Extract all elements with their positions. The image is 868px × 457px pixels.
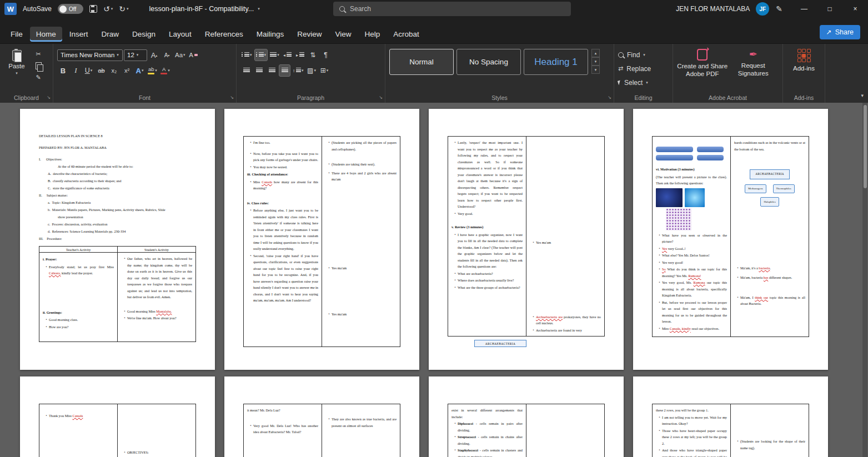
doc-bullet[interactable]: •They are also known as true bacteria, a… <box>328 416 397 429</box>
menu-tab-acrobat[interactable]: Acrobat <box>387 27 425 42</box>
text-effects-button[interactable]: A▾ <box>134 64 145 77</box>
page-6[interactable]: it mean? Mr. Dela Luz?•Very good Mr. Del… <box>224 376 419 457</box>
share-button[interactable]: ↗ Share <box>820 25 860 39</box>
doc-bullet[interactable]: •Streptococci - cells remain in chains a… <box>454 434 523 446</box>
doc-paragraph[interactable]: (The teacher will present a picture to t… <box>656 174 727 187</box>
doc-bullet[interactable]: •Yes ma'am <box>328 265 397 272</box>
doc-bullet[interactable]: •Yes very Good..! <box>659 245 727 252</box>
doc-line[interactable]: b. Materials: Manila papers, Pictures, M… <box>48 206 196 213</box>
autosave-toggle[interactable]: Off <box>58 4 83 14</box>
doc-bullet[interactable]: •Miss Canada how many are absent for thi… <box>250 179 318 192</box>
doc-heading[interactable]: vi. Motivation (3 minutes) <box>656 166 727 173</box>
doc-bullet[interactable]: •We're fine ma'am. How about you? <box>124 315 192 322</box>
doc-line[interactable]: I. Objectives: <box>39 155 196 163</box>
menu-tab-help[interactable]: Help <box>359 27 387 42</box>
doc-bullet[interactable]: •I'm fine too. <box>250 139 318 146</box>
sort-button[interactable]: ⇅ <box>307 49 319 61</box>
page-7[interactable]: exist in several different arrangements … <box>429 376 624 457</box>
doc-line[interactable]: III. Procedure: <box>39 235 196 242</box>
doc-line[interactable]: d. References: Science Learning Material… <box>48 228 196 235</box>
cut-button[interactable]: ✂ <box>32 49 45 59</box>
doc-bullet[interactable]: •Ma'am, I think our topic this morning i… <box>737 294 805 307</box>
style-normal[interactable]: Normal <box>389 49 454 75</box>
ink-pen-icon[interactable]: ✎ <box>776 4 782 13</box>
style-heading-1[interactable]: Heading 1 <box>524 49 588 75</box>
doc-line[interactable]: a. Topic: Kingdom Eubacteria <box>48 199 196 206</box>
font-name-combobox[interactable]: Times New Roman ▾ <box>57 49 123 61</box>
student-activity-column[interactable]: harsh conditions such as in the volcanic… <box>730 137 809 337</box>
doc-line[interactable]: II. Subject matter: <box>39 192 196 199</box>
teacher-activity-column[interactable]: it mean? Mr. Dela Luz?•Very good Mr. Del… <box>244 404 322 457</box>
search-box[interactable]: Search <box>333 2 571 16</box>
teacher-activity-column[interactable]: exist in several different arrangements … <box>448 404 526 457</box>
change-case-button[interactable]: Aa▾ <box>174 49 187 61</box>
bold-button[interactable]: B <box>57 64 69 77</box>
doc-paragraph[interactable]: harsh conditions such as in the volcanic… <box>734 139 805 152</box>
page-8[interactable]: these 2 rows, you will be the group 1.•I… <box>633 376 828 457</box>
paragraph-dialog-launcher[interactable]: ↘ <box>379 95 383 100</box>
doc-bullet[interactable]: •What are archaebacteria? <box>454 270 523 277</box>
show-paragraph-marks-button[interactable]: ¶ <box>320 49 332 61</box>
page-5[interactable]: •Thank you Miss Canada•OBJECTIVES:At the… <box>20 376 215 457</box>
doc-heading[interactable]: iii. Checking of attendance: <box>247 171 318 178</box>
menu-tab-review[interactable]: Review <box>291 27 328 42</box>
doc-line[interactable]: C. state the significance of some eubact… <box>48 184 196 192</box>
save-button[interactable] <box>89 5 97 13</box>
teacher-activity-column[interactable]: •Thank you Miss Canada <box>39 404 117 457</box>
undo-button[interactable]: ↺▾ <box>103 4 113 13</box>
doc-bullet[interactable]: •What else? Yes Mr. Delos Santos! <box>659 252 727 259</box>
line-spacing-button[interactable]: ↕▾ <box>292 64 305 77</box>
multilevel-list-button[interactable]: ▾ <box>269 49 280 61</box>
doc-bullet[interactable]: •Second, 'raise your right hand' if you … <box>250 253 318 304</box>
doc-bullet[interactable]: •Those who have heart-shaped paper occup… <box>659 428 727 447</box>
doc-line[interactable]: At the of 60-minute period the student w… <box>58 163 196 170</box>
clipboard-dialog-launcher[interactable]: ↘ <box>47 95 51 100</box>
numbering-button[interactable]: ▾ <box>254 49 268 61</box>
doc-bullet[interactable]: •Yes very good! <box>659 259 727 266</box>
student-activity-column[interactable]: •(Students are looking for the shape of … <box>730 404 809 457</box>
collapse-ribbon-icon[interactable]: ▾ <box>861 93 864 98</box>
doc-line[interactable]: c. Process: discussion, activity, evalua… <box>48 220 196 228</box>
maximize-button[interactable]: □ <box>817 0 842 18</box>
archaebacteria-label-box[interactable]: ARCHAEBACTERIA <box>474 340 526 347</box>
addins-button[interactable]: Add-ins <box>787 49 821 72</box>
italic-button[interactable]: I <box>70 64 82 77</box>
doc-bullet[interactable]: •Archaebacteria are found in very <box>533 327 601 334</box>
student-activity-column[interactable]: •Yes ma'am•Archaebacteria are prokaryote… <box>526 137 604 336</box>
close-button[interactable]: × <box>842 0 868 18</box>
doc-bullet[interactable]: •(Students are taking their seat). <box>328 161 397 168</box>
doc-line[interactable]: B. classify eubacteria according to thei… <box>48 177 196 184</box>
page-3[interactable]: •Lastly, 'respect' the most important on… <box>429 109 624 370</box>
underline-button[interactable]: U▾ <box>83 64 94 77</box>
doc-bullet[interactable]: •What are the three groups of archaebact… <box>454 284 523 291</box>
menu-tab-file[interactable]: File <box>4 27 29 42</box>
shading-button[interactable]: ▨▾ <box>306 64 318 77</box>
subscript-button[interactable]: x₂ <box>108 64 120 77</box>
document-scrollbar-thumb[interactable] <box>864 105 867 188</box>
doc-paragraph[interactable]: these 2 rows, you will be the group 1. <box>656 407 727 414</box>
doc-bullet[interactable]: •Our father, who art in heaven, hallowed… <box>124 255 192 300</box>
menu-tab-home[interactable]: Home <box>30 27 62 42</box>
page-1[interactable]: DETAILED LESSON PLAN IN SCIENCE 8PREPARE… <box>20 109 215 370</box>
justify-button[interactable] <box>279 64 290 77</box>
doc-bullet[interactable]: •You may now be seated. <box>250 164 318 170</box>
doc-line[interactable]: DETAILED LESSON PLAN IN SCIENCE 8 <box>39 132 196 139</box>
doc-bullet[interactable]: •But, before we proceed to our lesson pr… <box>659 299 727 325</box>
doc-bullet[interactable]: •Ma'am, it's a bacteria. <box>737 265 805 272</box>
page-4[interactable]: vi. Motivation (3 minutes)(The teacher w… <box>633 109 828 370</box>
teacher-activity-column[interactable]: •Lastly, 'respect' the most important on… <box>448 137 526 336</box>
shrink-font-button[interactable]: A▾ <box>161 49 173 61</box>
doc-bullet[interactable]: •And those who have triangle-shaped pape… <box>659 447 727 457</box>
doc-bullet[interactable]: •There are 4 boys and 2 girls who are ab… <box>328 170 397 183</box>
doc-bullet[interactable]: •Yes ma'am <box>533 239 601 246</box>
doc-bullet[interactable]: •What have you seen or observed in the p… <box>659 232 727 245</box>
doc-bullet[interactable]: •I am not telling you to move yet. Wait … <box>659 414 727 427</box>
styles-scroll-up-button[interactable]: ▴ <box>591 49 600 57</box>
document-scrollbar[interactable] <box>862 103 867 457</box>
doc-bullet[interactable]: •(Students are picking all the pieces of… <box>328 139 397 152</box>
doc-paragraph[interactable]: it mean? Mr. Dela Luz? <box>247 407 318 414</box>
menu-tab-draw[interactable]: Draw <box>96 27 126 42</box>
doc-line[interactable]: A. describe the characteristics of bacte… <box>48 170 196 177</box>
teacher-activity-column[interactable]: •I'm fine too.•Now, before you take you … <box>244 137 322 346</box>
paste-button[interactable]: Paste ▾ <box>4 49 29 83</box>
